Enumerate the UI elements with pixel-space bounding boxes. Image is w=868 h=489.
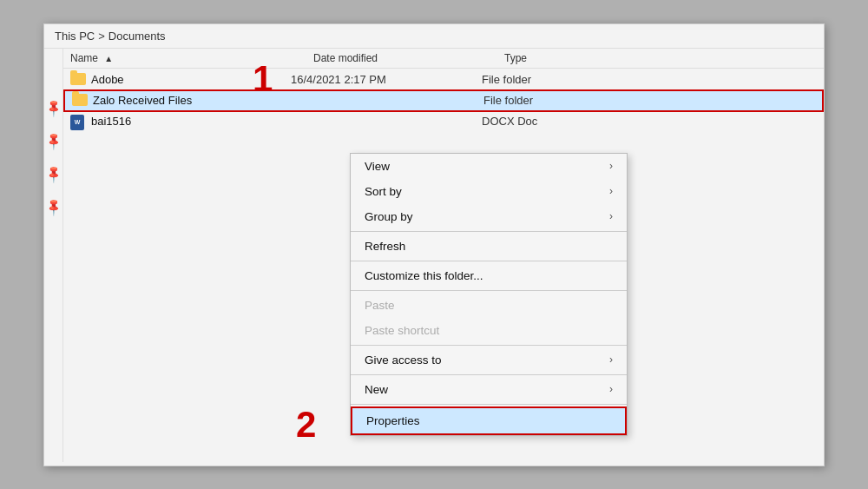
file-explorer-window: This PC > Documents 1 2 📌 📌 📌 📌 Name ▲ D… xyxy=(43,23,825,466)
ctx-view[interactable]: View › xyxy=(351,154,627,179)
file-list-area: 📌 📌 📌 📌 Name ▲ Date modified Type xyxy=(44,49,824,462)
file-type-bai1516: DOCX Doc xyxy=(482,115,537,128)
file-item-adobe[interactable]: Adobe 16/4/2021 2:17 PM File folder xyxy=(63,70,824,89)
ctx-access-arrow: › xyxy=(609,354,613,366)
file-items-list: Adobe 16/4/2021 2:17 PM File folder Zalo… xyxy=(63,69,824,133)
ctx-groupby-arrow: › xyxy=(609,210,613,222)
ctx-new[interactable]: New › xyxy=(351,377,627,402)
ctx-sep-1 xyxy=(351,231,627,232)
breadcrumb-sep: > xyxy=(98,30,105,43)
ctx-sep-6 xyxy=(351,404,627,405)
context-menu: View › Sort by › Group by › Refresh Cust xyxy=(350,153,628,436)
ctx-view-arrow: › xyxy=(609,160,613,172)
pin-sidebar: 📌 📌 📌 📌 xyxy=(44,49,63,462)
ctx-customize[interactable]: Customize this folder... xyxy=(351,263,627,288)
file-name-bai1516: bai1516 xyxy=(91,115,291,128)
col-header-date[interactable]: Date modified xyxy=(313,52,504,64)
folder-icon-zalo xyxy=(72,94,88,108)
breadcrumb-thispc[interactable]: This PC xyxy=(55,30,95,43)
ctx-give-access[interactable]: Give access to › xyxy=(351,347,627,373)
pin-icon-1[interactable]: 📌 xyxy=(43,97,63,117)
file-type-zalo: File folder xyxy=(483,94,533,107)
ctx-sep-5 xyxy=(351,374,627,375)
breadcrumb-bar: This PC > Documents xyxy=(44,24,824,49)
sort-arrow: ▲ xyxy=(104,54,113,63)
ctx-refresh[interactable]: Refresh xyxy=(351,234,627,259)
file-date-adobe: 16/4/2021 2:17 PM xyxy=(291,73,482,86)
pin-icon-2[interactable]: 📌 xyxy=(43,130,63,150)
col-header-type[interactable]: Type xyxy=(504,52,527,64)
ctx-sep-4 xyxy=(351,345,627,346)
ctx-paste-shortcut: Paste shortcut xyxy=(351,318,627,343)
ctx-sep-3 xyxy=(351,290,627,291)
ctx-properties[interactable]: Properties xyxy=(351,406,627,435)
ctx-sort-by[interactable]: Sort by › xyxy=(351,179,627,204)
pin-icon-3[interactable]: 📌 xyxy=(43,163,63,183)
col-header-name[interactable]: Name ▲ xyxy=(70,52,313,64)
ctx-group-by[interactable]: Group by › xyxy=(351,204,627,229)
ctx-paste: Paste xyxy=(351,293,627,318)
ctx-new-arrow: › xyxy=(609,383,613,395)
ctx-sep-2 xyxy=(351,261,627,261)
file-type-adobe: File folder xyxy=(482,73,531,86)
pin-icon-4[interactable]: 📌 xyxy=(43,196,63,216)
column-headers: Name ▲ Date modified Type xyxy=(63,49,824,69)
main-file-content: Name ▲ Date modified Type Adobe 16/4/202… xyxy=(63,49,824,462)
breadcrumb-documents[interactable]: Documents xyxy=(108,30,166,43)
ctx-sortby-arrow: › xyxy=(609,185,613,197)
file-item-bai1516[interactable]: W bai1516 DOCX Doc xyxy=(63,112,824,131)
file-name-adobe: Adobe xyxy=(91,73,291,86)
file-name-zalo: Zalo Received Files xyxy=(93,94,293,107)
file-item-zalo[interactable]: Zalo Received Files File folder xyxy=(63,89,824,112)
docx-icon-bai1516: W xyxy=(70,115,86,129)
folder-icon-adobe xyxy=(70,73,86,87)
